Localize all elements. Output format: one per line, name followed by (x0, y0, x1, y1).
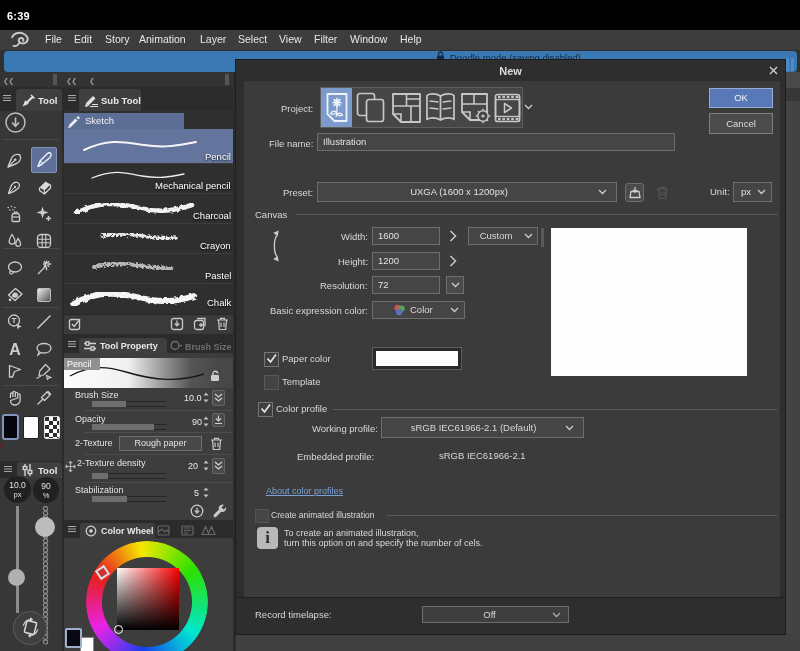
svg-text:A: A (9, 341, 21, 358)
